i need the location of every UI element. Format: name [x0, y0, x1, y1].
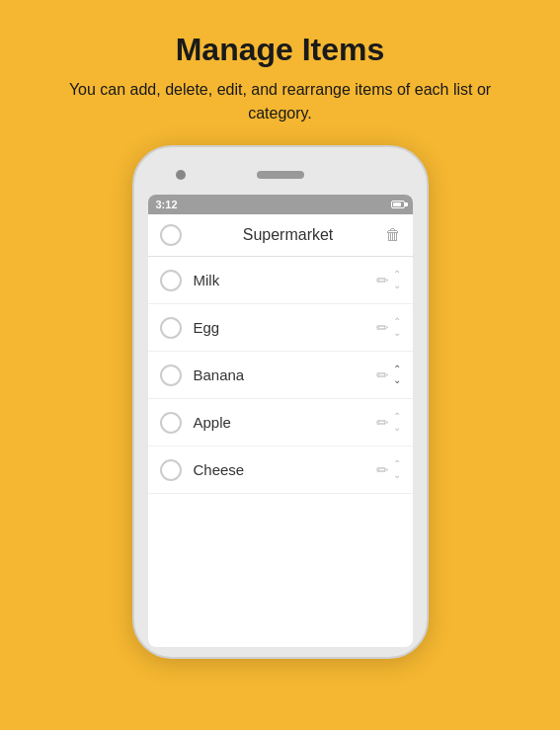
list-title: Supermarket [192, 226, 385, 244]
item-actions-egg: ✏ ⌃ ⌄ [376, 317, 401, 338]
list-item: Banana ✏ ⌃ ⌄ [148, 352, 413, 399]
item-checkbox-cheese[interactable] [160, 459, 182, 481]
list-item: Egg ✏ ⌃ ⌄ [148, 304, 413, 352]
item-checkbox-banana[interactable] [160, 365, 182, 386]
list-item: Cheese ✏ ⌃ ⌄ [148, 446, 413, 494]
item-label-milk: Milk [194, 272, 376, 288]
reorder-icon-milk[interactable]: ⌃ ⌄ [393, 270, 401, 290]
phone-top-bar [148, 161, 413, 189]
list-header: Supermarket 🗑 [148, 214, 413, 257]
item-checkbox-apple[interactable] [160, 412, 182, 434]
item-label-cheese: Cheese [194, 461, 376, 478]
item-actions-banana: ✏ ⌃ ⌄ [376, 365, 401, 385]
item-label-egg: Egg [194, 319, 376, 336]
reorder-icon-apple[interactable]: ⌃ ⌄ [393, 412, 401, 433]
edit-icon-egg[interactable]: ✏ [376, 319, 389, 337]
item-actions-cheese: ✏ ⌃ ⌄ [376, 459, 401, 480]
page-subtitle: You can add, delete, edit, and rearrange… [40, 78, 520, 125]
item-label-banana: Banana [194, 366, 376, 383]
item-label-apple: Apple [194, 414, 376, 431]
status-bar-time: 3:12 [156, 199, 178, 210]
phone-frame: 3:12 Supermarket 🗑 Milk ✏ ⌃ ⌄ [132, 145, 429, 659]
reorder-icon-banana[interactable]: ⌃ ⌄ [393, 365, 401, 385]
item-checkbox-egg[interactable] [160, 317, 182, 339]
edit-icon-banana[interactable]: ✏ [376, 366, 389, 384]
status-bar: 3:12 [148, 195, 413, 214]
page-title: Manage Items [40, 32, 520, 68]
item-checkbox-milk[interactable] [160, 270, 182, 291]
phone-camera-icon [176, 170, 186, 180]
list-item: Apple ✏ ⌃ ⌄ [148, 399, 413, 446]
phone-screen: 3:12 Supermarket 🗑 Milk ✏ ⌃ ⌄ [148, 195, 413, 647]
phone-speaker [257, 171, 304, 179]
edit-icon-cheese[interactable]: ✏ [376, 461, 389, 479]
battery-icon [391, 201, 405, 208]
edit-icon-apple[interactable]: ✏ [376, 414, 389, 432]
header-checkbox[interactable] [160, 224, 182, 246]
edit-icon-milk[interactable]: ✏ [376, 272, 389, 289]
reorder-icon-cheese[interactable]: ⌃ ⌄ [393, 459, 401, 480]
page-header: Manage Items You can add, delete, edit, … [0, 0, 560, 145]
delete-list-icon[interactable]: 🗑 [385, 226, 401, 244]
item-actions-apple: ✏ ⌃ ⌄ [376, 412, 401, 433]
list-item: Milk ✏ ⌃ ⌄ [148, 257, 413, 304]
item-actions-milk: ✏ ⌃ ⌄ [376, 270, 401, 290]
reorder-icon-egg[interactable]: ⌃ ⌄ [393, 317, 401, 338]
